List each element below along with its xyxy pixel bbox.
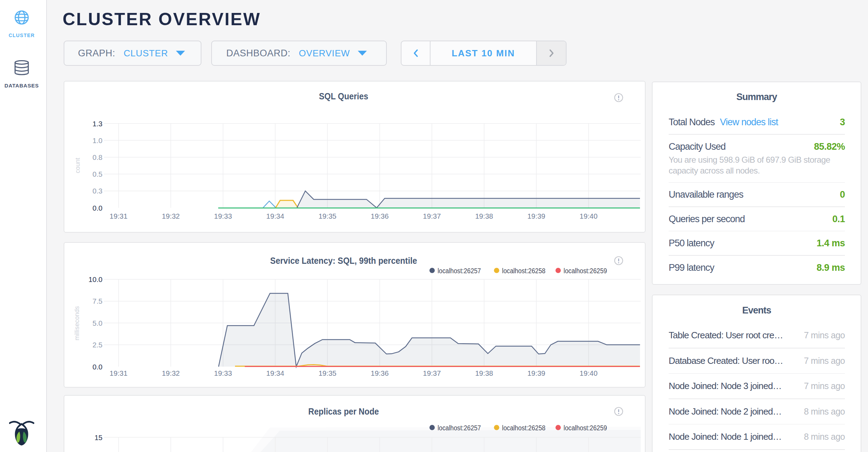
svg-text:7.5: 7.5 (93, 297, 103, 305)
svg-text:1.3: 1.3 (93, 120, 103, 128)
svg-text:19:31: 19:31 (109, 212, 127, 220)
svg-text:19:37: 19:37 (423, 212, 441, 220)
svg-text:19:34: 19:34 (266, 212, 284, 220)
svg-text:5.0: 5.0 (93, 319, 103, 327)
svg-text:milliseconds: milliseconds (73, 306, 80, 340)
svg-text:19:39: 19:39 (527, 212, 545, 220)
svg-text:19:38: 19:38 (475, 369, 493, 377)
svg-text:Service Latency: SQL, 99th per: Service Latency: SQL, 99th percentile (270, 255, 417, 266)
svg-text:1.0: 1.0 (93, 136, 103, 144)
svg-text:SQL Queries: SQL Queries (319, 91, 368, 101)
svg-text:19:32: 19:32 (162, 369, 180, 377)
svg-text:2.5: 2.5 (93, 341, 103, 349)
svg-text:19:33: 19:33 (214, 212, 232, 220)
svg-text:10.0: 10.0 (88, 275, 102, 283)
svg-text:0.5: 0.5 (93, 170, 103, 178)
svg-text:19:36: 19:36 (371, 212, 389, 220)
svg-text:0.0: 0.0 (93, 363, 103, 371)
svg-text:0.0: 0.0 (93, 204, 103, 212)
svg-text:Replicas per Node: Replicas per Node (308, 406, 379, 417)
svg-text:19:35: 19:35 (319, 212, 336, 220)
svg-text:19:36: 19:36 (371, 369, 389, 377)
svg-text:localhost:26259: localhost:26259 (564, 267, 607, 275)
svg-text:localhost:26258: localhost:26258 (502, 267, 546, 275)
svg-text:19:35: 19:35 (319, 369, 336, 377)
svg-text:19:37: 19:37 (423, 369, 441, 377)
svg-text:19:34: 19:34 (266, 369, 284, 377)
svg-text:19:33: 19:33 (214, 369, 232, 377)
svg-text:count: count (74, 158, 81, 173)
svg-text:19:40: 19:40 (579, 212, 597, 220)
svg-text:0.3: 0.3 (93, 187, 103, 195)
svg-text:0.8: 0.8 (93, 153, 103, 161)
svg-text:19:38: 19:38 (475, 212, 493, 220)
svg-text:19:40: 19:40 (579, 369, 597, 377)
svg-text:19:39: 19:39 (527, 369, 545, 377)
svg-text:15: 15 (94, 433, 102, 442)
svg-text:19:31: 19:31 (109, 369, 127, 377)
svg-text:19:32: 19:32 (162, 212, 180, 220)
svg-text:localhost:26257: localhost:26257 (437, 267, 481, 275)
